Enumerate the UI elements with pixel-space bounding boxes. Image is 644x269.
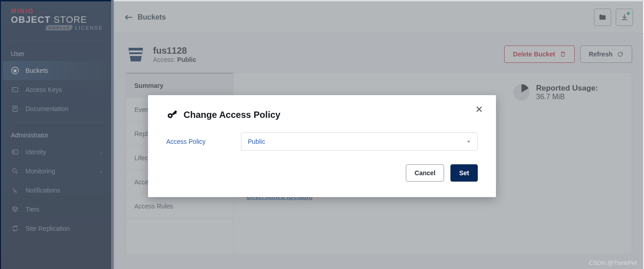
access-policy-select[interactable]: Public bbox=[241, 132, 478, 151]
modal-field-row: Access Policy Public bbox=[166, 132, 478, 151]
svg-point-17 bbox=[169, 115, 171, 117]
key-icon bbox=[166, 109, 178, 121]
modal-overlay[interactable]: Change Access Policy Access Policy Publi… bbox=[1, 1, 643, 269]
cancel-button[interactable]: Cancel bbox=[406, 164, 444, 182]
close-button[interactable] bbox=[475, 105, 483, 113]
modal-actions: Cancel Set bbox=[166, 164, 478, 182]
svg-marker-18 bbox=[467, 141, 470, 142]
modal-title: Change Access Policy bbox=[166, 109, 478, 121]
chevron-down-icon bbox=[466, 139, 471, 144]
access-policy-label: Access Policy bbox=[166, 138, 230, 145]
select-value: Public bbox=[248, 138, 265, 145]
app-root: MINIO OBJECT STORE AGPLv3 LICENSE User B… bbox=[0, 0, 644, 269]
change-access-policy-modal: Change Access Policy Access Policy Publi… bbox=[148, 95, 496, 197]
watermark: CSDN @ThinkPet bbox=[589, 259, 637, 266]
set-button[interactable]: Set bbox=[450, 164, 478, 182]
